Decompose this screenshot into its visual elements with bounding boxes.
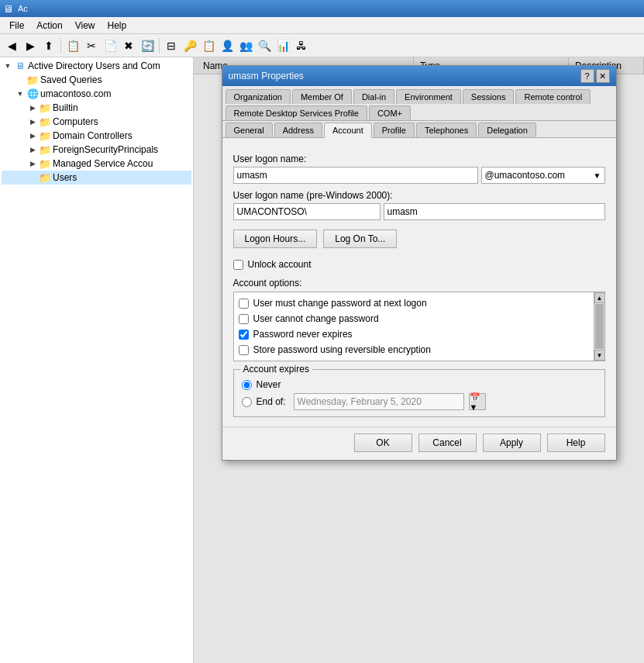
options-scrollbar[interactable]: ▲ ▼ xyxy=(594,292,604,361)
dialog-controls: ? ✕ xyxy=(580,69,610,83)
properties-dialog: umasm Properties ? ✕ Organization Member… xyxy=(222,65,617,461)
help-button[interactable]: Help xyxy=(547,433,605,452)
pre2000-row xyxy=(233,203,605,220)
sidebar-root[interactable]: ▼ 🖥 Active Directory Users and Com xyxy=(2,59,191,73)
scroll-down-arrow[interactable]: ▼ xyxy=(594,350,605,361)
sidebar-item-saved-queries[interactable]: 📁 Saved Queries xyxy=(2,73,191,87)
tab-member-of[interactable]: Member Of xyxy=(292,89,352,104)
end-of-radio[interactable] xyxy=(242,397,252,407)
saved-queries-label: Saved Queries xyxy=(40,74,102,85)
opt-never-expires-checkbox[interactable] xyxy=(239,330,249,340)
tb-refresh[interactable]: 🔄 xyxy=(139,37,156,54)
tb-props[interactable]: ⊟ xyxy=(163,37,180,54)
tab-sessions[interactable]: Sessions xyxy=(463,89,515,104)
menu-file[interactable]: File xyxy=(3,19,30,33)
sidebar-item-domain[interactable]: ▼ 🌐 umacontoso.com xyxy=(2,87,191,101)
tb-task1[interactable]: 📋 xyxy=(200,37,217,54)
tab-dial-in[interactable]: Dial-in xyxy=(353,89,394,104)
computers-label: Computers xyxy=(53,116,98,127)
calendar-button[interactable]: 📅▼ xyxy=(469,393,486,410)
tab-address[interactable]: Address xyxy=(274,123,322,137)
tb-up[interactable]: ⬆ xyxy=(40,37,57,54)
root-expand-icon: ▼ xyxy=(2,60,14,72)
dc-expand: ▶ xyxy=(26,129,39,142)
user-logon-label: User logon name: xyxy=(233,154,605,164)
dialog-close-btn[interactable]: ✕ xyxy=(596,69,610,83)
managed-expand: ▶ xyxy=(26,157,39,170)
tb-forward[interactable]: ▶ xyxy=(22,37,39,54)
foreign-expand: ▶ xyxy=(26,143,39,156)
logon-buttons-row: Logon Hours... Log On To... xyxy=(233,230,605,248)
opt-cannot-change-label: User cannot change password xyxy=(253,313,379,324)
menu-help[interactable]: Help xyxy=(102,19,133,33)
right-pane: Name Type Description DSyncArvice ac DSy… xyxy=(194,57,644,663)
dialog-help-btn[interactable]: ? xyxy=(580,69,594,83)
opt-reversible-checkbox[interactable] xyxy=(239,345,249,355)
user-logon-input[interactable] xyxy=(233,167,478,184)
pre2000-domain-input[interactable] xyxy=(233,203,381,220)
tab-bar: Organization Member Of Dial-in Environme… xyxy=(222,86,616,121)
never-radio[interactable] xyxy=(242,380,252,390)
domain-dropdown[interactable]: @umacontoso.com ▼ xyxy=(481,167,605,184)
tb-key[interactable]: 🔑 xyxy=(181,37,198,54)
tb-search[interactable]: 🔍 xyxy=(256,37,273,54)
sidebar-item-domain-controllers[interactable]: ▶ 📁 Domain Controllers xyxy=(2,129,191,143)
tb-sep2 xyxy=(159,38,160,54)
scroll-thumb[interactable] xyxy=(595,304,604,349)
tb-copy[interactable]: 📋 xyxy=(64,37,81,54)
menu-view[interactable]: View xyxy=(69,19,102,33)
end-of-radio-row: End of: Wednesday, February 5, 2020 📅▼ xyxy=(242,393,597,410)
tb-cut[interactable]: ✂ xyxy=(83,37,100,54)
tab-account[interactable]: Account xyxy=(324,123,372,138)
dialog-footer: OK Cancel Apply Help xyxy=(222,426,616,460)
dropdown-arrow-icon: ▼ xyxy=(594,171,601,180)
sidebar-item-managed[interactable]: ▶ 📁 Managed Service Accou xyxy=(2,157,191,171)
domain-expand: ▼ xyxy=(14,88,26,100)
tab-general[interactable]: General xyxy=(226,123,273,137)
tab-profile[interactable]: Profile xyxy=(374,123,415,137)
tb-paste[interactable]: 📄 xyxy=(102,37,119,54)
tb-back[interactable]: ◀ xyxy=(3,37,20,54)
menu-action[interactable]: Action xyxy=(30,19,68,33)
tab-telephones[interactable]: Telephones xyxy=(416,123,477,137)
apply-button[interactable]: Apply xyxy=(483,433,541,452)
domain-dropdown-value: @umacontoso.com xyxy=(485,170,566,181)
tab-environment[interactable]: Environment xyxy=(396,89,461,104)
tb-group[interactable]: 👥 xyxy=(237,37,254,54)
tab-com-plus[interactable]: COM+ xyxy=(369,105,411,120)
opt-cannot-change-checkbox[interactable] xyxy=(239,314,249,324)
pre2000-name-input[interactable] xyxy=(384,203,605,220)
log-on-to-button[interactable]: Log On To... xyxy=(323,230,397,248)
tb-user[interactable]: 👤 xyxy=(219,37,236,54)
tb-delete[interactable]: ✖ xyxy=(120,37,137,54)
option-never-expires: Password never expires xyxy=(239,326,600,342)
logon-hours-button[interactable]: Logon Hours... xyxy=(233,230,318,248)
sidebar-item-users[interactable]: 📁 Users xyxy=(2,171,191,185)
tb-chart[interactable]: 📊 xyxy=(274,37,291,54)
date-placeholder: Wednesday, February 5, 2020 xyxy=(298,396,422,407)
scroll-up-arrow[interactable]: ▲ xyxy=(594,292,605,303)
tab-organization[interactable]: Organization xyxy=(226,89,291,104)
tab-remote-control[interactable]: Remote control xyxy=(515,89,591,104)
sidebar-item-builtin[interactable]: ▶ 📁 Builtin xyxy=(2,101,191,115)
sidebar-item-computers[interactable]: ▶ 📁 Computers xyxy=(2,115,191,129)
domain-label: umacontoso.com xyxy=(40,88,111,99)
cancel-button[interactable]: Cancel xyxy=(418,433,477,452)
app-icon: 🖥 xyxy=(3,3,13,15)
domain-icon: 🌐 xyxy=(26,88,39,99)
dialog-titlebar: umasm Properties ? ✕ xyxy=(222,66,616,86)
ok-button[interactable]: OK xyxy=(354,433,412,452)
computers-folder-icon: 📁 xyxy=(39,116,51,127)
unlock-account-row: Unlock account xyxy=(233,259,605,270)
date-field: Wednesday, February 5, 2020 xyxy=(294,393,464,410)
root-domain-icon: 🖥 xyxy=(14,60,26,71)
options-inner: User must change password at next logon … xyxy=(234,292,604,361)
opt-never-expires-label: Password never expires xyxy=(253,329,353,340)
never-label: Never xyxy=(257,379,281,390)
opt-must-change-checkbox[interactable] xyxy=(239,299,249,309)
unlock-account-checkbox[interactable] xyxy=(233,260,243,270)
tab-remote-desktop[interactable]: Remote Desktop Services Profile xyxy=(226,105,367,120)
tb-network[interactable]: 🖧 xyxy=(293,37,310,54)
tab-delegation[interactable]: Delegation xyxy=(478,123,536,137)
sidebar-item-foreign[interactable]: ▶ 📁 ForeignSecurityPrincipals xyxy=(2,143,191,157)
